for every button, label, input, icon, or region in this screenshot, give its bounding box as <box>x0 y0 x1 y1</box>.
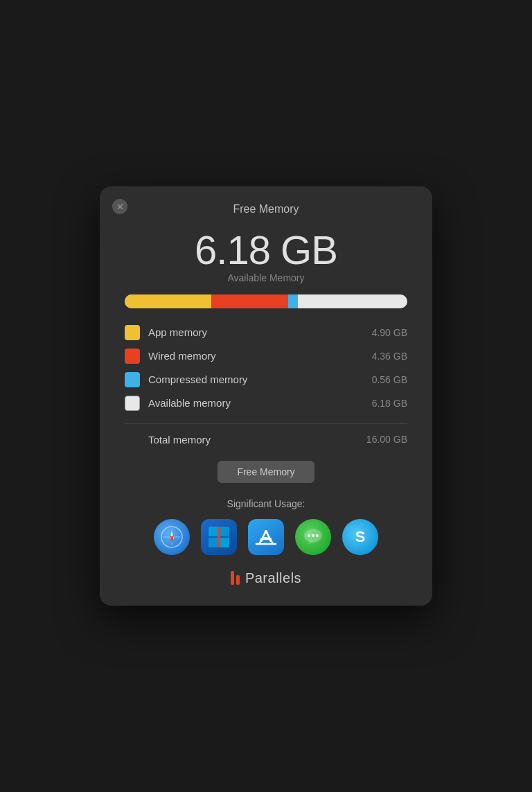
svg-rect-8 <box>220 538 229 547</box>
svg-point-16 <box>308 534 310 537</box>
legend-item-available: Available memory 6.18 GB <box>125 396 407 411</box>
appstore-svg: A <box>254 525 278 549</box>
significant-usage-icons: A S <box>125 519 407 555</box>
available-memory-value: 6.18 GB <box>125 228 407 272</box>
messages-svg <box>301 525 325 549</box>
parallels-logo-bars <box>231 571 240 585</box>
legend-item-app: App memory 4.90 GB <box>125 325 407 340</box>
legend-value-available: 6.18 GB <box>372 398 407 409</box>
app-icon-parallels-windows[interactable] <box>201 519 237 555</box>
memory-progress-bar <box>125 294 407 308</box>
svg-rect-9 <box>218 527 220 547</box>
skype-svg: S <box>350 527 371 547</box>
free-button-container: Free Memory <box>125 461 407 483</box>
bar-compressed-memory <box>288 294 298 308</box>
svg-point-17 <box>312 534 314 537</box>
bar-app-memory <box>125 294 211 308</box>
svg-rect-6 <box>220 527 229 536</box>
svg-point-18 <box>316 534 319 537</box>
total-memory-label: Total memory <box>148 434 366 446</box>
legend-value-wired: 4.36 GB <box>372 351 407 362</box>
close-icon: ✕ <box>116 202 124 211</box>
legend-value-app: 4.90 GB <box>372 327 407 338</box>
significant-usage-label: Significant Usage: <box>125 498 407 509</box>
available-memory-label: Available Memory <box>125 272 407 283</box>
app-icon-messages[interactable] <box>295 519 331 555</box>
bar-wired-memory <box>211 294 288 308</box>
legend-color-wired <box>125 349 140 364</box>
svg-text:S: S <box>355 528 366 545</box>
parallels-bar-1 <box>231 571 234 585</box>
parallels-brand-text: Parallels <box>245 570 301 586</box>
svg-text:A: A <box>260 527 272 545</box>
app-icon-appstore[interactable]: A <box>248 519 284 555</box>
app-icon-safari[interactable] <box>154 519 190 555</box>
app-icon-skype[interactable]: S <box>342 519 378 555</box>
total-memory-row: Total memory 16.00 GB <box>125 431 407 448</box>
legend-value-compressed: 0.56 GB <box>372 374 407 385</box>
svg-rect-5 <box>209 527 218 536</box>
legend-item-compressed: Compressed memory 0.56 GB <box>125 372 407 387</box>
close-button[interactable]: ✕ <box>112 199 127 214</box>
legend-color-compressed <box>125 372 140 387</box>
legend-label-app: App memory <box>148 326 364 338</box>
legend-label-wired: Wired memory <box>148 350 364 362</box>
main-window: ✕ Free Memory 6.18 GB Available Memory A… <box>100 186 432 606</box>
parallels-bar-2 <box>236 575 240 585</box>
legend-color-available <box>125 396 140 411</box>
memory-legend: App memory 4.90 GB Wired memory 4.36 GB … <box>125 325 407 411</box>
legend-color-app <box>125 325 140 340</box>
legend-item-wired: Wired memory 4.36 GB <box>125 349 407 364</box>
total-memory-value: 16.00 GB <box>366 434 407 445</box>
legend-label-compressed: Compressed memory <box>148 373 364 385</box>
free-memory-button[interactable]: Free Memory <box>218 461 314 483</box>
safari-svg <box>160 525 184 549</box>
divider <box>125 423 407 424</box>
legend-label-available: Available memory <box>148 397 364 409</box>
window-title: Free Memory <box>125 203 407 215</box>
parallels-footer: Parallels <box>125 570 407 586</box>
windows-svg <box>206 525 231 549</box>
svg-rect-7 <box>209 538 218 547</box>
